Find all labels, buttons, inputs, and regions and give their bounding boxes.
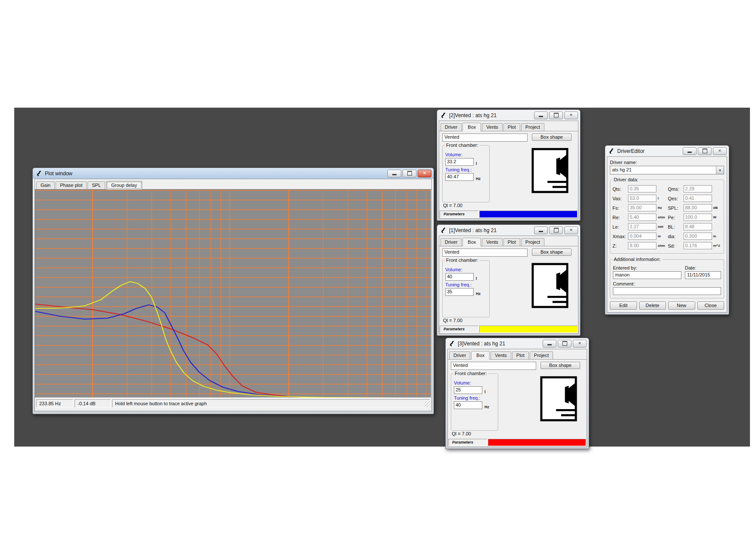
driver-name-combobox[interactable]: ats hg 21 ▼ [610, 166, 724, 174]
window-title: Plot window [45, 171, 72, 177]
enclosure-type-field[interactable]: Vented [442, 248, 528, 257]
driver-param-value[interactable]: 53.0 [628, 195, 656, 202]
volume-label: Volume: [445, 267, 487, 272]
tab-phase-plot[interactable]: Phase plot [56, 181, 87, 189]
driver-param-label: Qes: [668, 196, 682, 201]
driver-param-value[interactable]: 35.00 [628, 204, 656, 211]
box-shape-diagram [531, 148, 569, 193]
tab-vents[interactable]: Vents [482, 238, 503, 246]
driver-param-value[interactable]: 2.29 [684, 185, 712, 192]
close-button[interactable]: ✕ [564, 227, 578, 234]
minimize-button[interactable] [387, 170, 401, 177]
curve-color-bar [488, 439, 586, 446]
driver-param-value[interactable]: 0.176 [684, 242, 712, 249]
tab-project[interactable]: Project [530, 351, 553, 359]
restore-button[interactable] [549, 112, 563, 119]
volume-input[interactable]: 33.2 [445, 158, 474, 166]
tab-spl[interactable]: SPL [87, 181, 105, 189]
comment-input[interactable] [613, 287, 721, 295]
tab-plot[interactable]: Plot [503, 238, 520, 246]
restore-button[interactable] [698, 147, 712, 155]
app-icon [449, 341, 455, 347]
plot-window-titlebar[interactable]: Plot window ✕ [33, 168, 434, 179]
box-shape-button[interactable]: Box shape [540, 362, 580, 369]
curve-color-bar [479, 326, 578, 333]
plot-canvas [35, 190, 431, 397]
vented-2-titlebar[interactable]: [2]Vented : ats hg 21 ✕ [437, 110, 580, 121]
box-shape-button[interactable]: Box shape [532, 134, 572, 141]
delete-button[interactable]: Delete [639, 301, 666, 310]
tab-project[interactable]: Project [521, 238, 544, 246]
restore-button[interactable] [549, 227, 563, 234]
date-input[interactable]: 11/11/2015 [685, 271, 721, 279]
edit-button[interactable]: Edit [610, 301, 637, 310]
tab-box[interactable]: Box [462, 123, 481, 131]
driver-param-value[interactable]: 5.40 [628, 214, 656, 221]
close-button[interactable]: ✕ [713, 147, 727, 155]
driver-name-label: Driver name: [610, 160, 724, 165]
driver-param-label: Fs: [612, 205, 627, 211]
date-label: Date: [685, 265, 721, 270]
driver-editor-titlebar[interactable]: DriverEditor ✕ [605, 146, 729, 156]
window-title: [1]Vented : ats hg 21 [449, 227, 497, 233]
tuning-freq-input[interactable]: 40 [454, 401, 482, 409]
tab-plot[interactable]: Plot [512, 351, 529, 359]
window-title: [3]Vented : ats hg 21 [458, 341, 505, 347]
minimize-button[interactable] [683, 147, 697, 155]
driver-param-value[interactable]: 0.41 [684, 195, 712, 202]
app-icon [609, 148, 615, 154]
tab-project[interactable]: Project [521, 123, 544, 131]
driver-param-value[interactable]: 0.200 [684, 233, 712, 240]
app-icon [440, 227, 447, 233]
vented-1-titlebar[interactable]: [1]Vented : ats hg 21 ✕ [437, 225, 580, 236]
group-delay-plot[interactable] [35, 189, 431, 398]
tab-plot[interactable]: Plot [503, 123, 520, 131]
new-button[interactable]: New [668, 301, 695, 310]
driver-param-value[interactable]: 8.00 [628, 242, 656, 249]
tab-gain[interactable]: Gain [36, 181, 55, 189]
enclosure-type-field[interactable]: Vented [451, 362, 536, 370]
front-chamber-group: Front chamber: Volume: 40 l Tuning freq.… [442, 260, 490, 317]
driver-param-value[interactable]: 0.35 [628, 185, 656, 192]
minimize-button[interactable] [534, 112, 548, 119]
close-button[interactable]: Close [697, 301, 725, 310]
driver-param-value[interactable]: 2.27 [628, 223, 656, 230]
tab-group-delay[interactable]: Group delay [106, 181, 142, 189]
box-shape-button[interactable]: Box shape [532, 248, 572, 256]
tab-driver[interactable]: Driver [440, 238, 462, 246]
tab-vents[interactable]: Vents [490, 351, 511, 359]
driver-param-value[interactable]: 0.004 [628, 233, 656, 240]
tuning-freq-input[interactable]: 40.47 [445, 173, 474, 181]
status-hint: Hold left mouse button to trace active g… [112, 399, 430, 407]
minimize-button[interactable] [534, 227, 548, 234]
resize-grip[interactable] [425, 401, 431, 407]
parameters-button[interactable]: Parameters [440, 211, 478, 218]
tab-box[interactable]: Box [462, 238, 481, 246]
restore-button[interactable] [558, 340, 572, 348]
entered-by-input[interactable]: manon [613, 271, 681, 279]
chevron-down-icon[interactable]: ▼ [716, 166, 724, 174]
enclosure-type-field[interactable]: Vented [442, 134, 528, 142]
entered-by-label: Entered by: [613, 265, 681, 270]
tab-vents[interactable]: Vents [482, 123, 503, 131]
parameters-button[interactable]: Parameters [440, 326, 478, 333]
cursor-frequency: 233.85 Hz [36, 399, 73, 407]
parameters-button[interactable]: Parameters [448, 439, 487, 446]
vented-3-titlebar[interactable]: [3]Vented : ats hg 21 ✕ [446, 338, 589, 349]
volume-input[interactable]: 25 [454, 386, 482, 394]
close-button[interactable]: ✕ [418, 170, 431, 177]
volume-input[interactable]: 40 [445, 273, 474, 281]
front-chamber-group: Front chamber: Volume: 33.2 l Tuning fre… [442, 145, 490, 202]
tab-box[interactable]: Box [471, 351, 490, 360]
tab-driver[interactable]: Driver [449, 351, 470, 359]
driver-param-value[interactable]: 88.00 [684, 204, 712, 211]
driver-param-value[interactable]: 100.0 [684, 214, 712, 221]
driver-data-label: Driver data: [612, 177, 640, 182]
restore-button[interactable] [403, 170, 416, 177]
minimize-button[interactable] [543, 340, 556, 348]
close-button[interactable]: ✕ [564, 112, 578, 119]
close-button[interactable]: ✕ [573, 340, 587, 348]
driver-param-value[interactable]: 8.48 [684, 223, 712, 230]
tuning-freq-input[interactable]: 35 [445, 288, 474, 296]
tab-driver[interactable]: Driver [440, 123, 462, 131]
